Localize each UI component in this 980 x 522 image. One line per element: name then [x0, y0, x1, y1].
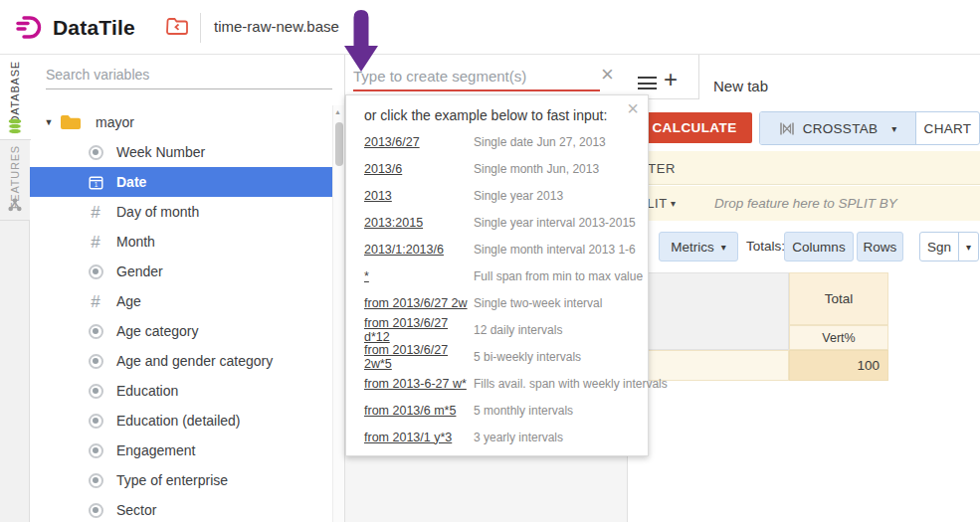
example-row[interactable]: 2013/6 Single month Jun, 2013: [346, 155, 648, 182]
tree-item-gender[interactable]: Gender: [30, 257, 333, 286]
chevron-down-icon[interactable]: ▼: [42, 117, 56, 127]
tree-item-education-detailed[interactable]: Education (detailed): [30, 406, 333, 435]
sgn-button[interactable]: Sgn: [920, 233, 959, 261]
segment-input[interactable]: [353, 62, 600, 91]
example-code-link[interactable]: from 2013-6-27 w*: [364, 377, 474, 391]
radio-icon: [89, 324, 103, 339]
close-icon[interactable]: ×: [627, 99, 639, 117]
crosstab-label: CROSSTAB: [803, 121, 879, 136]
menu-icon[interactable]: [638, 77, 657, 89]
example-row[interactable]: 2013/1:2013/6 Single month interval 2013…: [346, 236, 648, 262]
example-code-link[interactable]: 2013/6: [364, 162, 474, 176]
tree-item-label: Day of month: [116, 204, 199, 220]
clear-input-icon[interactable]: ×: [601, 64, 614, 86]
folder-back-icon[interactable]: [166, 17, 189, 36]
tree-item-date-selected[interactable]: 1 Date: [30, 167, 333, 197]
crosstab-icon: [779, 121, 795, 136]
example-row[interactable]: from 2013/6/27 2w Single two-week interv…: [346, 289, 648, 316]
example-row[interactable]: from 2013/6/27 2w*5 5 bi-weekly interval…: [346, 343, 648, 370]
filter-drop-zone[interactable]: FILTER: [627, 151, 980, 185]
split-hint: Drop feature here to SPLIT BY: [714, 196, 897, 211]
scrollbar-up-arrow[interactable]: ▲: [334, 108, 341, 115]
tree-item-month[interactable]: # Month: [30, 227, 333, 257]
tab-new-tab[interactable]: New tab: [713, 78, 768, 94]
tree-item-education[interactable]: Education: [30, 376, 333, 406]
tree-item-sector[interactable]: Sector: [30, 495, 333, 522]
example-row[interactable]: 2013/6/27 Single date Jun 27, 2013: [346, 128, 648, 155]
tree-item-label: Date: [116, 174, 146, 190]
tree-item-day-of-month[interactable]: # Day of month: [30, 197, 333, 227]
tree-item-age-and-gender-category[interactable]: Age and gender category: [30, 346, 333, 376]
tree-item-age-category[interactable]: Age category: [30, 316, 333, 346]
chart-button[interactable]: CHART: [916, 112, 979, 144]
example-code-link[interactable]: 2013:2015: [364, 216, 474, 230]
tab-database-label: DATABASE: [9, 61, 21, 123]
split-drop-zone[interactable]: SPLIT ▾ Drop feature here to SPLIT BY: [627, 186, 980, 221]
example-row[interactable]: from 2013/6/27 d*12 12 daily intervals: [346, 316, 648, 343]
view-switcher: CROSSTAB ▾ CHART: [759, 111, 980, 145]
datatile-app: DataTile time-raw-new.base DATABASE FEAT…: [0, 0, 980, 522]
features-icon: [8, 198, 22, 212]
example-code-link[interactable]: from 2013/6/27 d*12: [364, 316, 474, 344]
example-code-link[interactable]: from 2013/6 m*5: [364, 404, 474, 418]
hash-icon: #: [91, 234, 99, 251]
tree-item-label: Age category: [116, 323, 199, 339]
folder-icon: [60, 114, 82, 131]
logo[interactable]: DataTile: [16, 14, 135, 41]
example-row[interactable]: from 2013-6-27 w* Fills avail. span with…: [346, 370, 648, 397]
tree-item-engagement[interactable]: Engagement: [30, 435, 333, 465]
scrollbar-thumb[interactable]: [335, 122, 343, 166]
tree-item-label: Age: [116, 293, 141, 309]
example-code-link[interactable]: 2013/6/27: [364, 135, 474, 149]
search-input[interactable]: [46, 60, 332, 89]
tree-item-week-number[interactable]: Week Number: [30, 137, 333, 167]
logo-text: DataTile: [53, 16, 135, 40]
example-row[interactable]: 2013 Single year 2013: [346, 182, 648, 209]
crosstab-caret-icon[interactable]: ▾: [891, 123, 896, 134]
database-name: time-raw-new.base: [214, 18, 339, 35]
example-code-link[interactable]: from 2013/6/27 2w*5: [364, 343, 474, 371]
example-row[interactable]: * Full span from min to max value: [346, 262, 648, 289]
example-description: Single year interval 2013-2015: [474, 216, 636, 230]
sgn-caret-icon[interactable]: ▾: [959, 233, 978, 261]
attention-arrow: [341, 8, 381, 74]
tree-scrollbar[interactable]: [332, 105, 344, 522]
example-description: Full span from min to max value: [474, 269, 643, 283]
header-divider: [200, 13, 201, 43]
tree-item-label: Type of enterprise: [116, 472, 228, 488]
database-icon: [8, 118, 22, 134]
split-caret-icon[interactable]: ▾: [671, 198, 676, 209]
tab-features[interactable]: FEATURES: [0, 140, 30, 221]
folder-label: mayor: [96, 114, 134, 130]
tree-item-label: Engagement: [116, 442, 195, 458]
example-row[interactable]: from 2013/6 m*5 5 monthly intervals: [346, 397, 648, 424]
tree-folder-mayor[interactable]: ▼ mayor: [30, 107, 333, 137]
example-code-link[interactable]: from 2013/6/27 2w: [364, 296, 474, 310]
radio-icon: [89, 384, 103, 399]
add-tab-button[interactable]: +: [664, 66, 678, 93]
crosstab-button[interactable]: CROSSTAB ▾: [760, 112, 916, 144]
example-code-link[interactable]: from 2013/1 y*3: [364, 431, 474, 444]
totals-columns-button[interactable]: Columns: [784, 232, 854, 261]
calendar-icon: 1: [89, 175, 103, 190]
example-description: 12 daily intervals: [474, 323, 562, 337]
app-header: DataTile time-raw-new.base: [0, 0, 980, 55]
example-description: Single date Jun 27, 2013: [474, 135, 606, 149]
example-row[interactable]: 2013:2015 Single year interval 2013-2015: [346, 209, 648, 236]
totals-rows-button[interactable]: Rows: [857, 232, 903, 261]
calculate-button[interactable]: CALCULATE: [637, 112, 752, 143]
segment-suggestions-dropdown: × or click the example below to fast inp…: [345, 94, 649, 456]
tab-database[interactable]: DATABASE: [0, 55, 31, 140]
svg-text:1: 1: [94, 180, 98, 187]
tree-item-age[interactable]: # Age: [30, 286, 333, 316]
hash-icon: #: [91, 293, 99, 310]
metrics-button[interactable]: Metrics ▾: [659, 232, 738, 261]
example-description: Fills avail. span with weekly intervals: [474, 377, 668, 391]
example-code-link[interactable]: 2013: [364, 189, 474, 203]
metrics-label: Metrics: [671, 240, 714, 255]
example-code-link[interactable]: *: [364, 269, 474, 283]
radio-icon: [89, 443, 103, 458]
example-code-link[interactable]: 2013/1:2013/6: [364, 243, 474, 257]
tree-item-type-of-enterprise[interactable]: Type of enterprise: [30, 465, 333, 495]
example-row[interactable]: from 2013/1 y*3 3 yearly intervals: [346, 424, 648, 450]
